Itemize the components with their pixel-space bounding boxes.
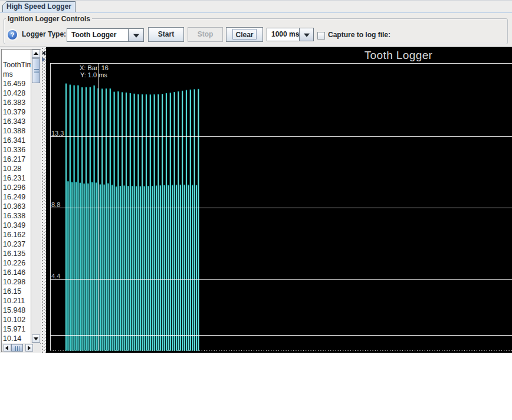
svg-text:4.4: 4.4 [51, 273, 60, 280]
svg-text:Y: 1.0 ms: Y: 1.0 ms [80, 71, 107, 78]
svg-text:8.8: 8.8 [51, 201, 60, 208]
svg-text:X: Bar: 16: X: Bar: 16 [80, 64, 109, 71]
svg-text:Tooth Logger: Tooth Logger [365, 49, 433, 61]
svg-text:13.3: 13.3 [51, 130, 64, 137]
